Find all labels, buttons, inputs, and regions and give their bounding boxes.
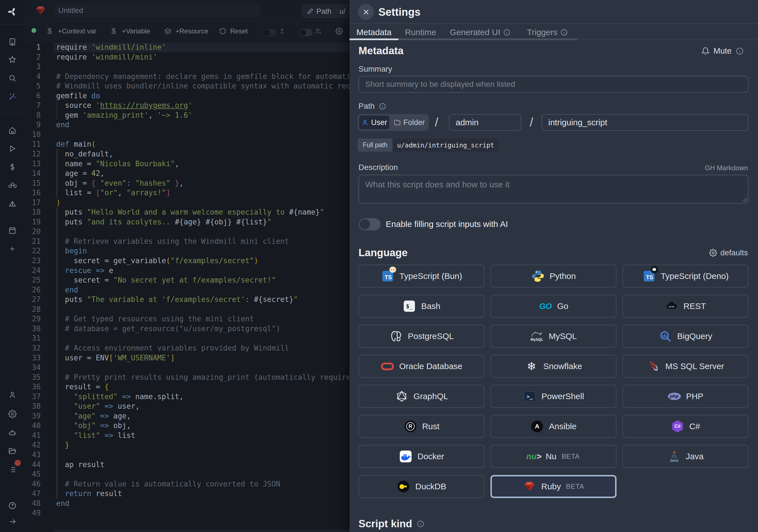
- path-name-input[interactable]: intriguing_script: [541, 114, 748, 131]
- resize-handle[interactable]: [742, 197, 747, 202]
- sidebar-item-person-icon[interactable]: [8, 390, 17, 400]
- tab-generated-ui[interactable]: Generated UI: [443, 24, 518, 40]
- language-option-ansible[interactable]: AAnsible: [491, 415, 616, 438]
- windmill-logo[interactable]: [8, 7, 17, 17]
- path-kind-folder[interactable]: Folder: [390, 118, 429, 127]
- sidebar-item-workspace-icon[interactable]: [8, 37, 17, 47]
- sidebar-item-wand-icon[interactable]: [8, 92, 17, 101]
- path-owner-input[interactable]: admin: [449, 114, 521, 131]
- path-button-value: u/: [340, 7, 346, 16]
- language-option-python[interactable]: Python: [491, 265, 616, 288]
- language-option-bigquery[interactable]: BigQuery: [622, 325, 748, 348]
- script-title-input[interactable]: Untitled: [55, 3, 260, 18]
- language-option-graphql[interactable]: GraphQL: [359, 385, 485, 408]
- sidebar-item-search-icon[interactable]: [8, 73, 17, 83]
- sidebar-item-dollar-icon[interactable]: [8, 162, 17, 172]
- mysql-icon: MySQL: [531, 331, 543, 341]
- sidebar-item-plus-icon[interactable]: [8, 244, 17, 254]
- folder-icon: [394, 119, 401, 126]
- add-resource-button[interactable]: +Resource: [164, 21, 208, 41]
- script-kind-title: Script kind: [359, 518, 425, 530]
- language-option-ruby[interactable]: RubyBETA: [491, 475, 616, 498]
- tab-label: Runtime: [405, 27, 436, 37]
- sidebar-item-robot-icon[interactable]: [8, 428, 17, 438]
- line-number: 27: [24, 295, 41, 304]
- code-line: "splitted" => name.split,: [56, 392, 350, 402]
- language-option-c-[interactable]: C#C#: [622, 415, 748, 438]
- language-option-powershell[interactable]: >_PowerShell: [491, 385, 616, 408]
- ai-fill-toggle[interactable]: [359, 218, 381, 230]
- language-option-postgresql[interactable]: PostgreSQL: [359, 325, 485, 348]
- code-line: require 'windmill/inline': [56, 42, 350, 52]
- code-line: # Retrieve variables using the Windmill …: [56, 236, 350, 246]
- code-line: no_default,: [56, 149, 350, 159]
- tab-metadata[interactable]: Metadata: [350, 24, 398, 40]
- gh-markdown-hint: GH Markdown: [705, 164, 748, 172]
- description-textarea[interactable]: What this script does and how to use it: [359, 175, 748, 204]
- sidebar-item-arrow-right-icon[interactable]: [8, 517, 17, 526]
- language-label: C#: [689, 422, 700, 431]
- language-option-duckdb[interactable]: DuckDB: [359, 475, 485, 498]
- language-option-typescript-deno-[interactable]: TSTypeScript (Deno): [622, 265, 748, 288]
- language-option-docker[interactable]: Docker: [359, 445, 485, 468]
- tab-label: Metadata: [356, 27, 391, 37]
- reset-button[interactable]: Reset: [219, 21, 248, 41]
- sidebar-divider: [0, 113, 24, 114]
- code-line: # Access environment variables provided …: [56, 343, 350, 353]
- sidebar-item-star-icon[interactable]: [8, 55, 17, 64]
- line-number: 7: [24, 101, 41, 110]
- language-option-nu[interactable]: nu>NuBETA: [491, 445, 616, 468]
- language-option-go[interactable]: GOGo: [491, 295, 616, 318]
- sidebar-item-help-icon[interactable]: [8, 501, 17, 511]
- sidebar-item-gear-icon[interactable]: [8, 409, 17, 419]
- settings-gear-icon[interactable]: [335, 21, 343, 41]
- line-number: 24: [24, 266, 41, 275]
- mute-control[interactable]: Mute: [701, 46, 744, 55]
- code-line: secret = "No secret yet at f/examples/se…: [56, 275, 350, 285]
- language-option-php[interactable]: phpPHP: [622, 385, 748, 408]
- sidebar-item-list-icon[interactable]: [8, 465, 17, 475]
- language-option-bash[interactable]: $_Bash: [359, 295, 485, 318]
- code-line: puts "and its acolytes.. #{age} #{obj} #…: [56, 217, 350, 227]
- csharp-icon: C#: [672, 420, 683, 433]
- line-number: 16: [24, 188, 41, 198]
- tab-runtime[interactable]: Runtime: [398, 24, 443, 40]
- path-separator: /: [530, 114, 533, 131]
- sidebar-item-play-icon[interactable]: [8, 144, 17, 153]
- multiplayer-toggle[interactable]: [299, 29, 312, 36]
- line-number: 14: [24, 168, 41, 178]
- sidebar-item-cubes-icon[interactable]: [8, 181, 17, 190]
- defaults-label: defaults: [720, 248, 748, 257]
- tab-triggers[interactable]: Triggers: [518, 24, 577, 40]
- line-number: 19: [24, 217, 41, 227]
- sql-server-icon: [647, 360, 660, 372]
- sidebar-item-home-icon[interactable]: [8, 125, 17, 135]
- diff-toggle[interactable]: [263, 29, 276, 36]
- sidebar-item-calendar-icon[interactable]: [8, 226, 17, 235]
- settings-content: Metadata Mute Summary Short summary to b…: [350, 40, 758, 532]
- code-editor[interactable]: 1234567891011121314151617181920212223242…: [24, 41, 350, 532]
- line-number: 15: [24, 178, 41, 188]
- add-variable-button[interactable]: $ +Variable: [112, 21, 150, 41]
- summary-label: Summary: [359, 65, 392, 74]
- ansible-icon: A: [531, 420, 543, 432]
- sidebar-item-pyramid-icon[interactable]: [8, 199, 17, 209]
- code-line: }: [56, 440, 350, 450]
- language-option-rust[interactable]: RRust: [359, 415, 485, 438]
- language-option-ms-sql-server[interactable]: MS SQL Server: [622, 355, 748, 378]
- summary-input[interactable]: Short summary to be displayed when liste…: [359, 76, 748, 93]
- language-option-java[interactable]: JavaJava: [622, 445, 748, 468]
- language-option-typescript-bun-[interactable]: TSTypeScript (Bun): [359, 265, 485, 288]
- close-button[interactable]: [358, 4, 374, 20]
- beta-badge: BETA: [566, 482, 584, 490]
- sidebar-item-folder-icon[interactable]: [8, 446, 17, 456]
- add-context-var-button[interactable]: $ +Context var: [48, 21, 96, 41]
- horizontal-scrollbar[interactable]: [53, 529, 350, 532]
- language-defaults-button[interactable]: defaults: [709, 248, 748, 257]
- language-option-snowflake[interactable]: ❄Snowflake: [491, 355, 616, 378]
- folder-label: Folder: [403, 118, 425, 127]
- language-option-rest[interactable]: HTTPREST: [622, 295, 748, 318]
- path-kind-user[interactable]: User: [359, 115, 390, 130]
- language-option-mysql[interactable]: MySQLMySQL: [491, 325, 616, 348]
- language-option-oracle-database[interactable]: Oracle Database: [359, 355, 485, 378]
